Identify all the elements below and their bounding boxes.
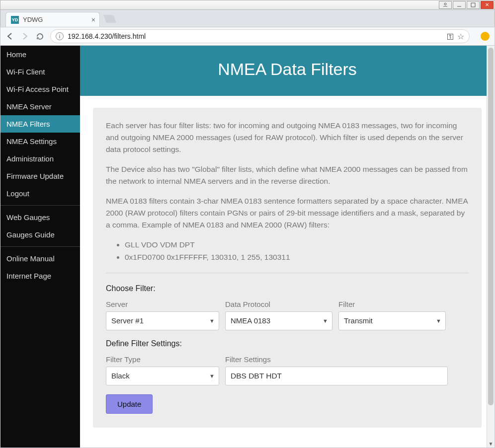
browser-tab[interactable]: YD YDWG ×	[5, 12, 100, 27]
sidebar-item-home[interactable]: Home	[0, 46, 80, 63]
chevron-down-icon: ▼	[323, 318, 328, 324]
scroll-thumb[interactable]	[488, 48, 494, 405]
svg-point-0	[444, 3, 446, 5]
divider	[106, 273, 469, 273]
browser-toolbar: i ⚿ ☆	[0, 27, 495, 46]
sidebar-item-nmea-settings[interactable]: NMEA Settings	[0, 133, 80, 150]
update-button[interactable]: Update	[106, 394, 153, 414]
close-button[interactable]: ✕	[481, 1, 494, 9]
address-bar[interactable]: i ⚿ ☆	[50, 29, 470, 43]
sidebar-item-online-manual[interactable]: Online Manual	[0, 250, 80, 267]
field-label: Server	[106, 300, 219, 308]
page-title: NMEA Data Filters	[80, 46, 495, 96]
main-content: NMEA Data Filters Each server has four f…	[80, 46, 495, 448]
tab-close-icon[interactable]: ×	[91, 16, 95, 24]
favicon: YD	[11, 16, 19, 24]
example-list: GLL VDO VDM DPT 0x1FD0700 0x1FFFFFF, 130…	[125, 239, 469, 264]
maximize-button[interactable]	[467, 1, 480, 9]
chevron-down-icon: ▼	[209, 318, 215, 324]
intro-paragraph: The Device also has two "Global" filter …	[106, 163, 469, 187]
section-label: Choose Filter:	[106, 284, 469, 293]
filter-settings-input[interactable]	[231, 372, 442, 380]
sidebar-item-firmware-update[interactable]: Firmware Update	[0, 167, 80, 185]
sidebar-item-web-gauges[interactable]: Web Gauges	[0, 209, 80, 226]
content-panel: Each server has four filter lists: two f…	[93, 108, 482, 428]
section-label: Define Filter Settings:	[106, 339, 469, 348]
profile-avatar[interactable]	[481, 32, 490, 41]
password-key-icon[interactable]: ⚿	[447, 32, 454, 41]
filter-settings-input-wrap	[225, 367, 448, 385]
os-titlebar: ✕	[0, 0, 495, 10]
sidebar-item-gauges-guide[interactable]: Gauges Guide	[0, 226, 80, 243]
bookmark-star-icon[interactable]: ☆	[457, 32, 464, 41]
sidebar-item-wi-fi-access-point[interactable]: Wi-Fi Access Point	[0, 80, 80, 98]
select-value: Server #1	[111, 316, 144, 325]
select-value: NMEA 0183	[231, 316, 270, 325]
sidebar-item-nmea-filters[interactable]: NMEA Filters	[0, 115, 80, 133]
example-item: 0x1FD0700 0x1FFFFFF, 130310, 1 255, 1303…	[125, 251, 469, 264]
server-select[interactable]: Server #1 ▼	[106, 311, 219, 330]
tab-title: YDWG	[23, 16, 43, 23]
sidebar-item-logout[interactable]: Logout	[0, 185, 80, 202]
field-label: Data Protocol	[225, 300, 332, 308]
select-value: Black	[111, 372, 130, 380]
field-label: Filter Type	[106, 355, 219, 364]
filter-select[interactable]: Transmit ▼	[338, 311, 446, 330]
sidebar-item-internet-page[interactable]: Internet Page	[0, 267, 80, 285]
sidebar-item-nmea-server[interactable]: NMEA Server	[0, 98, 80, 115]
intro-paragraph: Each server has four filter lists: two f…	[106, 120, 469, 155]
example-item: GLL VDO VDM DPT	[125, 239, 469, 251]
scroll-down-icon[interactable]: ▼	[487, 440, 495, 448]
browser-tabstrip: YD YDWG ×	[0, 10, 495, 27]
sidebar-item-administration[interactable]: Administration	[0, 150, 80, 167]
sidebar-item-wi-fi-client[interactable]: Wi-Fi Client	[0, 63, 80, 80]
user-button[interactable]	[439, 1, 452, 9]
protocol-select[interactable]: NMEA 0183 ▼	[225, 311, 332, 330]
sidebar-separator	[0, 205, 80, 206]
minimize-button[interactable]	[453, 1, 466, 9]
reload-button[interactable]	[35, 32, 44, 41]
scrollbar[interactable]: ▲ ▼	[487, 46, 495, 448]
site-info-icon[interactable]: i	[56, 32, 64, 40]
intro-paragraph: NMEA 0183 filters contain 3-char NMEA 01…	[106, 195, 469, 231]
url-input[interactable]	[68, 32, 444, 40]
back-button[interactable]	[5, 32, 14, 41]
chevron-down-icon: ▼	[436, 318, 441, 324]
select-value: Transmit	[344, 316, 373, 325]
field-label: Filter	[338, 300, 446, 308]
filter-type-select[interactable]: Black ▼	[106, 367, 219, 385]
chevron-down-icon: ▼	[209, 373, 215, 379]
sidebar: HomeWi-Fi ClientWi-Fi Access PointNMEA S…	[0, 46, 80, 448]
new-tab-button[interactable]	[103, 15, 116, 23]
sidebar-separator	[0, 246, 80, 247]
field-label: Filter Settings	[225, 355, 448, 364]
page-viewport: HomeWi-Fi ClientWi-Fi Access PointNMEA S…	[0, 46, 495, 448]
svg-rect-2	[471, 3, 475, 7]
forward-button	[20, 32, 29, 41]
